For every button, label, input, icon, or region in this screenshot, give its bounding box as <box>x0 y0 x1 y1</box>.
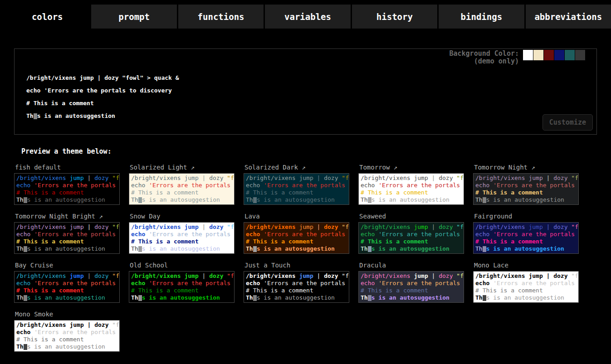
theme-sample-terminal[interactable]: /bright/vixens jump | dozy "fowl" > quac… <box>244 173 349 205</box>
sample-segment-plain <box>145 182 149 189</box>
customize-button[interactable]: Customize <box>543 114 593 131</box>
theme-sample-terminal[interactable]: /bright/vixens jump | dozy "fowl" > quac… <box>358 222 464 254</box>
theme-sample-terminal[interactable]: /bright/vixens jump | dozy "fowl" > quac… <box>244 222 349 254</box>
sample-segment-cmd: dozy <box>324 272 338 279</box>
theme-card[interactable]: Tomorrow Night ↗/bright/vixens jump | do… <box>473 162 579 205</box>
sample-segment-autosug: s is an autosuggestion <box>486 294 564 301</box>
sample-line: echo 'Errors are the portals to discover… <box>475 182 577 189</box>
cursor-block <box>368 197 371 203</box>
background-swatch-1[interactable] <box>533 50 543 60</box>
sample-segment-plain <box>30 182 34 189</box>
theme-card[interactable]: Dracula/bright/vixens jump | dozy "fowl"… <box>358 260 464 303</box>
theme-sample-terminal[interactable]: /bright/vixens jump | dozy "fowl" > quac… <box>473 173 579 205</box>
sample-segment-arg: jump <box>299 175 313 181</box>
theme-title[interactable]: Solarized Dark ↗ <box>244 164 349 171</box>
theme-title[interactable]: Dracula <box>359 262 464 269</box>
sample-segment-plain <box>375 231 378 238</box>
sample-segment-quote: "fowl" <box>342 175 349 181</box>
theme-title[interactable]: Snow Day <box>130 213 235 220</box>
sample-line: /bright/vixens jump | dozy "fowl" > quac… <box>475 175 577 182</box>
sample-line: /bright/vixens jump | dozy "fowl" > quac… <box>475 223 577 231</box>
theme-card[interactable]: Old School/bright/vixens jump | dozy "fo… <box>129 260 235 303</box>
theme-sample-terminal[interactable]: /bright/vixens jump | dozy "fowl" > quac… <box>14 173 120 205</box>
theme-card[interactable]: Solarized Light ↗/bright/vixens jump | d… <box>129 162 235 205</box>
theme-sample-terminal[interactable]: /bright/vixens jump | dozy "fowl" > quac… <box>244 271 349 303</box>
theme-card[interactable]: Tomorrow ↗/bright/vixens jump | dozy "fo… <box>358 162 464 205</box>
theme-sample-terminal[interactable]: /bright/vixens jump | dozy "fowl" > quac… <box>473 271 579 303</box>
theme-title[interactable]: Old School <box>130 262 235 269</box>
theme-sample-terminal[interactable]: /bright/vixens jump | dozy "fowl" > quac… <box>14 320 120 352</box>
theme-sample-terminal[interactable]: /bright/vixens jump | dozy "fowl" > quac… <box>473 222 579 254</box>
theme-card[interactable]: Tomorrow Night Bright ↗/bright/vixens ju… <box>14 211 120 254</box>
sample-segment-plain <box>260 280 264 286</box>
sample-segment-plain <box>84 223 88 230</box>
sample-segment-cmd: dozy <box>209 272 223 279</box>
theme-card[interactable]: Seaweed/bright/vixens jump | dozy "fowl"… <box>358 211 464 254</box>
theme-sample-terminal[interactable]: /bright/vixens jump | dozy "fowl" > quac… <box>358 271 464 303</box>
sample-segment-cmd: echo <box>246 280 260 286</box>
theme-sample-terminal[interactable]: /bright/vixens jump | dozy "fowl" > quac… <box>14 222 120 254</box>
background-swatch-2[interactable] <box>544 50 554 60</box>
theme-title[interactable]: Tomorrow Night ↗ <box>474 164 579 171</box>
sample-segment-cmd: /bright/vixens <box>131 272 181 279</box>
tab-bar: colorspromptfunctionsvariableshistorybin… <box>5 5 611 29</box>
sample-segment-str: 'Errors are the portals to discovery <box>378 280 464 286</box>
theme-sample-terminal[interactable]: /bright/vixens jump | dozy "fowl" > quac… <box>129 271 235 303</box>
tab-variables[interactable]: variables <box>265 5 350 29</box>
theme-title[interactable]: Tomorrow Night Bright ↗ <box>15 213 120 220</box>
background-swatch-3[interactable] <box>554 50 564 60</box>
theme-card[interactable]: Fairground/bright/vixens jump | dozy "fo… <box>473 211 579 254</box>
tab-abbreviations[interactable]: abbreviations <box>526 5 611 29</box>
theme-title[interactable]: Mono Smoke <box>15 311 120 318</box>
sample-segment-quote: "fowl" <box>571 223 579 230</box>
sample-line: echo 'Errors are the portals to discover… <box>16 182 117 189</box>
background-swatch-6[interactable] <box>586 50 596 60</box>
sample-segment-autosug: s is an autosuggestion <box>142 245 220 252</box>
background-swatch-4[interactable] <box>565 50 575 60</box>
tab-bindings[interactable]: bindings <box>439 5 524 29</box>
theme-card[interactable]: Bay Cruise/bright/vixens jump | dozy "fo… <box>14 260 120 303</box>
tab-history[interactable]: history <box>352 5 437 29</box>
theme-title[interactable]: Bay Cruise <box>15 262 120 269</box>
theme-card[interactable]: Lava/bright/vixens jump | dozy "fowl" > … <box>244 211 349 254</box>
cursor-block <box>483 197 486 203</box>
sample-line: Th s is an autosuggestion <box>361 294 462 301</box>
theme-sample-terminal[interactable]: /bright/vixens jump | dozy "fowl" > quac… <box>14 271 120 303</box>
theme-card[interactable]: Mono Smoke/bright/vixens jump | dozy "fo… <box>14 309 120 352</box>
cursor-block <box>34 113 37 119</box>
theme-title[interactable]: Fairground <box>474 213 579 220</box>
theme-title[interactable]: fish default <box>15 164 120 171</box>
sample-segment-plain <box>84 272 88 279</box>
theme-title[interactable]: Solarized Light ↗ <box>130 164 235 171</box>
sample-segment-arg: jump <box>184 223 198 230</box>
sample-segment-arg: jump <box>414 175 428 181</box>
background-swatch-0[interactable] <box>523 50 533 60</box>
theme-sample-terminal[interactable]: /bright/vixens jump | dozy "fowl" > quac… <box>358 173 464 205</box>
sample-line: # This is a comment <box>246 287 347 294</box>
sample-segment-cmd: echo <box>475 182 489 189</box>
theme-title[interactable]: Mono Lace <box>474 262 579 269</box>
theme-sample-terminal[interactable]: /bright/vixens jump | dozy "fowl" > quac… <box>129 173 235 205</box>
tab-functions[interactable]: functions <box>178 5 264 29</box>
theme-sample-terminal[interactable]: /bright/vixens jump | dozy "fowl" > quac… <box>129 222 235 254</box>
background-color-label-line1: Background Color: <box>449 50 519 58</box>
theme-title[interactable]: Tomorrow ↗ <box>359 164 464 171</box>
sample-line: # This is a comment <box>131 238 232 245</box>
sample-line: Th s is an autosuggestion <box>16 196 117 204</box>
theme-card[interactable]: fish default/bright/vixens jump | dozy "… <box>14 162 120 205</box>
sample-segment-text: Th <box>16 343 24 350</box>
theme-title[interactable]: Lava <box>244 213 349 220</box>
theme-card[interactable]: Solarized Dark ↗/bright/vixens jump | do… <box>244 162 349 205</box>
tab-prompt[interactable]: prompt <box>91 5 176 29</box>
sample-line: /bright/vixens jump | dozy "fowl" > quac… <box>16 272 117 280</box>
theme-card[interactable]: Just a Touch/bright/vixens jump | dozy "… <box>244 260 349 303</box>
theme-title[interactable]: Seaweed <box>359 213 464 220</box>
theme-card[interactable]: Snow Day/bright/vixens jump | dozy "fowl… <box>129 211 235 254</box>
theme-title[interactable]: Just a Touch <box>244 262 349 269</box>
tab-colors[interactable]: colors <box>5 5 90 29</box>
background-swatch-5[interactable] <box>575 50 585 60</box>
sample-line: /bright/vixens jump | dozy "fowl" > quac… <box>361 175 462 182</box>
sample-segment-plain <box>145 280 149 286</box>
theme-card[interactable]: Mono Lace/bright/vixens jump | dozy "fow… <box>473 260 579 303</box>
sample-segment-str: 'Errors are the portals to discovery <box>34 329 120 335</box>
